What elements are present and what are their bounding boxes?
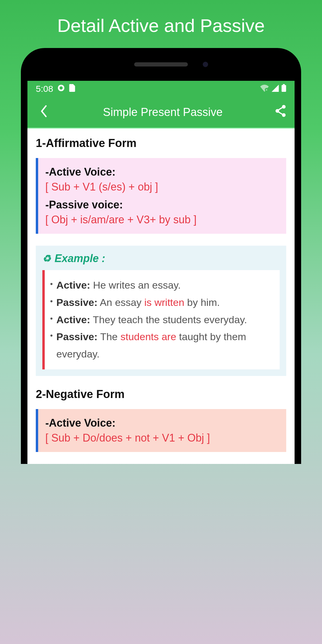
example-box: • Active: He writes an essay. • Passive:…: [42, 270, 280, 369]
app-icon: [57, 84, 65, 94]
negative-formula-box: -Active Voice: [ Sub + Do/does + not + V…: [36, 409, 286, 452]
svg-point-1: [60, 86, 63, 90]
signal-icon: [271, 84, 279, 94]
phone-frame: 5:08 x: [21, 48, 301, 464]
active-formula-neg: [ Sub + Do/does + not + V1 + Obj ]: [45, 432, 279, 444]
example-line-2: • Passive: An essay is written by him.: [50, 294, 274, 311]
front-camera: [203, 62, 208, 67]
active-voice-label-neg: -Active Voice:: [45, 417, 279, 429]
promo-title: Detail Active and Passive: [0, 0, 322, 48]
highlighted-text: is written: [144, 297, 184, 308]
sim-icon: [69, 84, 75, 94]
svg-rect-4: [283, 84, 285, 85]
passive-formula: [ Obj + is/am/are + V3+ by sub ]: [45, 213, 279, 226]
status-time: 5:08: [36, 84, 53, 94]
example-line-1: • Active: He writes an essay.: [50, 277, 274, 294]
bullet-icon: •: [50, 311, 53, 326]
example-container: ♻ Example : • Active: He writes an essay…: [36, 246, 286, 376]
example-header: ♻ Example :: [42, 252, 280, 265]
example-text: He writes an essay.: [90, 279, 181, 291]
svg-rect-5: [281, 85, 286, 92]
page-title: Simple Present Passive: [53, 106, 273, 119]
highlighted-text: students are: [120, 331, 176, 342]
example-text: They teach the students everyday.: [90, 314, 247, 325]
app-bar: Simple Present Passive: [27, 97, 295, 129]
status-bar: 5:08 x: [27, 81, 295, 97]
recycle-icon: ♻: [42, 253, 51, 264]
example-line-3: • Active: They teach the students everyd…: [50, 311, 274, 329]
negative-title: 2-Negative Form: [36, 388, 286, 401]
example-text: by him.: [184, 297, 220, 308]
status-left: 5:08: [36, 84, 75, 94]
phone-notch: [27, 57, 295, 72]
example-header-text: Example :: [55, 252, 105, 265]
svg-text:x: x: [266, 88, 267, 91]
example-text: The: [97, 331, 120, 342]
battery-icon: [281, 84, 286, 94]
share-button[interactable]: [275, 105, 286, 120]
example-label: Active:: [56, 279, 90, 291]
passive-voice-label: -Passive voice:: [45, 199, 279, 211]
affirmative-formula-box: -Active Voice: [ Sub + V1 (s/es) + obj ]…: [36, 158, 286, 234]
phone-screen: 5:08 x: [27, 81, 295, 464]
content-area[interactable]: 1-Affirmative Form -Active Voice: [ Sub …: [27, 129, 295, 452]
back-button[interactable]: [35, 105, 53, 119]
active-voice-label: -Active Voice:: [45, 166, 279, 178]
example-line-4: • Passive: The students are taught by th…: [50, 328, 274, 363]
active-formula: [ Sub + V1 (s/es) + obj ]: [45, 181, 279, 193]
bullet-icon: •: [50, 294, 53, 309]
example-label: Active:: [56, 314, 90, 325]
example-label: Passive:: [56, 297, 97, 308]
wifi-icon: x: [260, 84, 269, 94]
affirmative-title: 1-Affirmative Form: [36, 137, 286, 150]
status-right: x: [260, 84, 286, 94]
bullet-icon: •: [50, 277, 53, 291]
bullet-icon: •: [50, 328, 53, 343]
example-label: Passive:: [56, 331, 97, 342]
example-text: An essay: [97, 297, 144, 308]
speaker-grill: [134, 62, 188, 66]
